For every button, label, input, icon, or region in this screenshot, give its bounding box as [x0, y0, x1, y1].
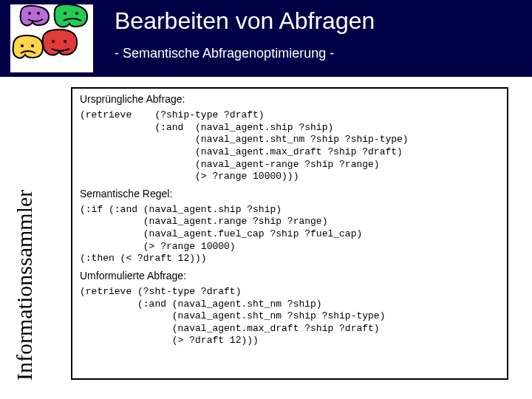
code-original: (retrieve (?ship-type ?draft) (:and (nav… — [80, 109, 499, 183]
section-label-rule: Semantische Regel: — [80, 188, 499, 200]
content-box: Ursprüngliche Abfrage: (retrieve (?ship-… — [71, 87, 508, 380]
header-band: Bearbeiten von Abfragen - Semantische Ab… — [0, 0, 532, 77]
vertical-side-label: Informationssammler — [12, 190, 37, 381]
slide-title: Bearbeiten von Abfragen — [115, 7, 375, 35]
faces-illustration — [10, 4, 93, 72]
svg-point-3 — [64, 40, 66, 43]
section-label-original: Ursprüngliche Abfrage: — [80, 93, 499, 105]
svg-point-6 — [64, 12, 66, 15]
svg-point-7 — [75, 12, 78, 15]
svg-point-1 — [31, 44, 34, 47]
svg-point-2 — [52, 40, 55, 43]
svg-point-0 — [21, 44, 24, 47]
code-rule: (:if (:and (naval_agent.ship ?ship) (nav… — [80, 204, 499, 265]
code-reformulated: (retrieve (?sht-type ?draft) (:and (nava… — [80, 286, 499, 347]
svg-point-4 — [28, 12, 31, 15]
slide: Bearbeiten von Abfragen - Semantische Ab… — [0, 0, 532, 399]
slide-subtitle: - Semantische Abfragenoptimierung - — [115, 46, 334, 61]
faces-svg-icon — [10, 4, 93, 72]
svg-point-5 — [37, 12, 40, 15]
section-label-reformulated: Umformulierte Abfrage: — [80, 270, 499, 282]
